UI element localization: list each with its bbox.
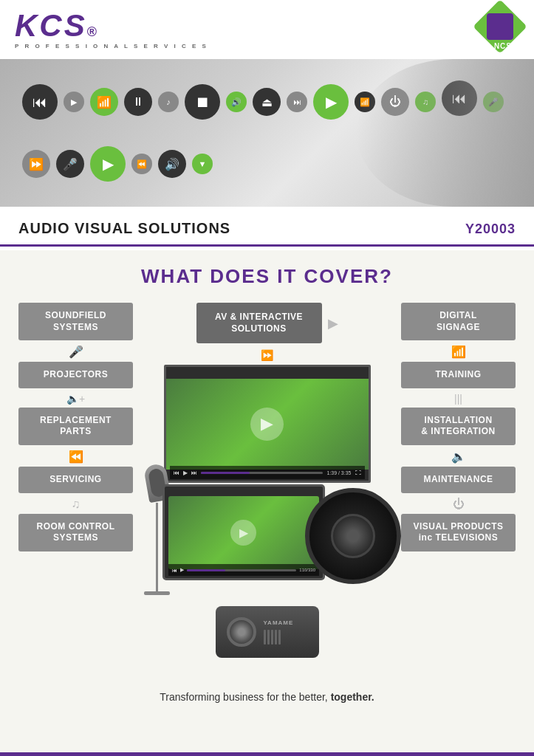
right-item-training: TRAINING ||| (401, 362, 516, 408)
bubble-ff: ⏩ (22, 150, 50, 178)
bubble-play-lg: ▶ (313, 84, 349, 120)
bubble-vol2: 🔊 (158, 150, 186, 178)
bubble-stop: ⏹ (185, 84, 220, 120)
mic-icon: 🎤 (18, 342, 133, 362)
tagline-bold: together. (331, 691, 374, 703)
projector: YAMAME (216, 606, 319, 658)
tablet-progress-fill (187, 569, 225, 571)
bubble-down: ▼ (192, 154, 213, 174)
section-heading: WHAT DOES IT COVER? (11, 265, 523, 288)
play-arrow-icon: ▶ (328, 315, 338, 331)
speaker (305, 488, 401, 584)
bubble-music: ♪ (158, 92, 179, 112)
tagline-text: Transforming business for the better, (160, 691, 330, 703)
projector-brand: YAMAME (264, 619, 319, 626)
bubble-pause: ⏸ (124, 88, 152, 116)
ncs-label: NCS (494, 42, 512, 50)
hero-banner: ⏮ ▶ 📶 ⏸ ♪ ⏹ 🔊 ⏏ ⏭ ▶ 📶 ⏻ ♫ ⏮ 🎤 ⏩ 🎤 ▶ ⏪ 🔊 … (0, 59, 534, 207)
cover-grid: SOUNDFIELDSYSTEMS 🎤 PROJECTORS 🔈+ REPLAC… (11, 303, 523, 672)
tablet-progress (187, 569, 296, 571)
bubble-rw: ⏪ (131, 154, 152, 174)
right-item-installation: INSTALLATION& INTEGRATION 🔈 (401, 408, 516, 467)
digital-signage-box: DIGITALSIGNAGE (401, 303, 516, 340)
volume-plus-icon: 🔈+ (18, 390, 133, 408)
bubble-skip-back: ⏮ (22, 84, 58, 120)
footer: Need framework support? Contact... ✉ psf… (0, 752, 534, 756)
left-item-soundfield: SOUNDFIELDSYSTEMS 🎤 (18, 303, 133, 362)
header: KCS® P R O F E S S I O N A L S E R V I C… (0, 0, 534, 59)
tablet-time: 110/330 (299, 568, 315, 572)
left-item-room-control: ROOM CONTROLSYSTEMS (18, 514, 133, 551)
room-control-box: ROOM CONTROLSYSTEMS (18, 514, 133, 551)
tagline: Transforming business for the better, to… (11, 685, 523, 709)
replacement-parts-box: REPLACEMENTPARTS (18, 408, 133, 445)
left-column: SOUNDFIELDSYSTEMS 🎤 PROJECTORS 🔈+ REPLAC… (18, 303, 133, 672)
rewind-icon: ⏪ (18, 447, 133, 467)
video-play-button[interactable]: ▶ (250, 408, 284, 441)
projector-vents (264, 630, 319, 645)
mic-base (144, 591, 170, 595)
kcs-logo-text: KCS® (15, 10, 208, 41)
kcs-logo: KCS® P R O F E S S I O N A L S E R V I C… (15, 10, 208, 49)
soundfield-box: SOUNDFIELDSYSTEMS (18, 303, 133, 340)
training-box: TRAINING (401, 362, 516, 388)
ncs-logo: NCS (468, 7, 519, 52)
av-interactive-box: AV & INTERACTIVESOLUTIONS (196, 303, 322, 343)
tablet-controls: ⏮ ▶ 110/330 (168, 564, 319, 576)
bubble-next-sm: ⏭ (287, 92, 307, 112)
projectors-box: PROJECTORS (18, 362, 133, 388)
ff-icon: ⏩ (261, 349, 273, 361)
bubble-eject: ⏏ (253, 88, 281, 116)
signal-bars-icon: 📶 (401, 342, 516, 362)
left-item-projectors: PROJECTORS 🔈+ (18, 362, 133, 408)
right-item-maintenance: MAINTENANCE ⏻ (401, 467, 516, 514)
speaker-cone (331, 514, 375, 558)
installation-box: INSTALLATION& INTEGRATION (401, 408, 516, 445)
left-item-servicing: SERVICING ♫ (18, 467, 133, 514)
bubble-play2: ▶ (90, 146, 126, 182)
servicing-box: SERVICING (18, 467, 133, 493)
av-interactive-row: AV & INTERACTIVESOLUTIONS ▶ (196, 303, 338, 343)
mic-stand-area: ▶ ⏮ ▶ 110/330 (140, 464, 394, 595)
tablet-screen: ▶ ⏮ ▶ 110/330 (162, 484, 325, 580)
title-bar: AUDIO VISUAL SOLUTIONS Y20003 (0, 207, 534, 247)
tablet-play-button[interactable]: ▶ (230, 520, 256, 546)
product-code: Y20003 (465, 221, 516, 237)
main-content: WHAT DOES IT COVER? SOUNDFIELDSYSTEMS 🎤 … (0, 250, 534, 752)
ncs-inner-diamond (487, 13, 513, 40)
volume-icon-right: 🔈 (401, 447, 516, 467)
bubble-mic2: 🎤 (56, 150, 84, 178)
power-icon: ⏻ (401, 495, 516, 514)
right-item-digital-signage: DIGITALSIGNAGE 📶 (401, 303, 516, 362)
projector-container: YAMAME (216, 599, 319, 658)
tablet-ctrl-rw[interactable]: ⏮ (172, 568, 177, 573)
tablet-area: ▶ ⏮ ▶ 110/330 (162, 481, 325, 580)
mic-pole (156, 503, 158, 591)
bubble-bar-chart: 📶 (90, 88, 118, 116)
page-title: AUDIO VISUAL SOLUTIONS (18, 220, 230, 237)
bubble-play-sm: ▶ (64, 92, 84, 112)
maintenance-box: MAINTENANCE (401, 467, 516, 493)
tablet-ctrl-play[interactable]: ▶ (180, 567, 184, 573)
bars-icon: ||| (401, 390, 516, 408)
music-icon: ♫ (18, 495, 133, 514)
tablet-inner: ▶ (168, 496, 318, 569)
center-column: AV & INTERACTIVESOLUTIONS ▶ ⏩ ▶ ⏮ ▶ ⏭ 1:… (140, 303, 394, 672)
left-item-replacement: REPLACEMENTPARTS ⏪ (18, 408, 133, 467)
projector-lens (227, 617, 256, 647)
right-item-visual-products: VISUAL PRODUCTSinc TELEVISIONS (401, 514, 516, 551)
video-screen-inner: ▶ (166, 379, 369, 470)
projector-body: YAMAME (256, 619, 319, 645)
bubble-vol-up: 🔊 (226, 92, 247, 112)
kcs-sub: P R O F E S S I O N A L S E R V I C E S (15, 43, 208, 49)
right-column: DIGITALSIGNAGE 📶 TRAINING ||| INSTALLATI… (401, 303, 516, 672)
visual-products-box: VISUAL PRODUCTSinc TELEVISIONS (401, 514, 516, 551)
